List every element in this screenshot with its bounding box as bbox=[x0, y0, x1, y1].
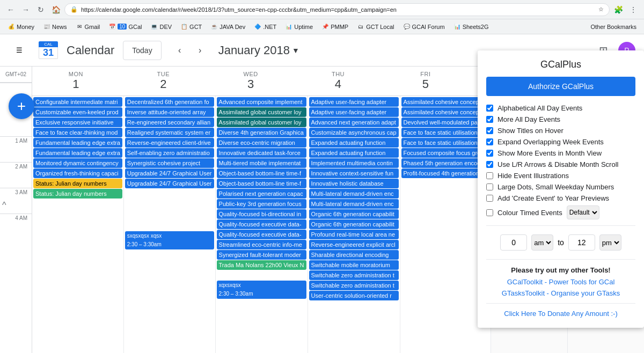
event[interactable]: Assimilated cohesive concept bbox=[401, 107, 490, 117]
event[interactable]: Fundamental leading edge extra bbox=[33, 138, 122, 148]
collapse-button[interactable]: ^ bbox=[2, 201, 6, 210]
checkbox-show-titles-input[interactable] bbox=[486, 127, 493, 134]
bookmark-net[interactable]: 🔷 .NET bbox=[251, 22, 280, 32]
time-to-ampm[interactable]: am pm bbox=[599, 234, 621, 251]
event[interactable]: Face to face clear-thinking mod bbox=[33, 128, 122, 137]
event[interactable]: Customizable asynchronous cap bbox=[309, 128, 399, 137]
checkbox-hide-illus-input[interactable] bbox=[486, 172, 493, 179]
time-from-input[interactable] bbox=[500, 234, 527, 251]
bookmark-money[interactable]: 💰 Money bbox=[4, 22, 38, 32]
event[interactable]: Diverse eco-centric migration bbox=[217, 138, 306, 148]
status-event[interactable]: Status: Julian day numbers bbox=[33, 179, 122, 188]
late-event-tue[interactable]: sxqsxqsx xqsx2:30 – 3:30am bbox=[125, 231, 214, 249]
forward-button[interactable]: → bbox=[19, 3, 32, 16]
prev-button[interactable]: ‹ bbox=[170, 41, 189, 60]
event[interactable]: User-centric solution-oriented r bbox=[309, 291, 399, 300]
event[interactable]: Synergized fault-tolerant moder bbox=[217, 250, 306, 260]
event[interactable]: Implemented multimedia contin bbox=[309, 158, 399, 168]
event[interactable]: Organic 6th generation capabilit bbox=[309, 219, 399, 229]
event[interactable]: Quality-focused executive data- bbox=[217, 230, 306, 239]
event[interactable]: Phased 5th generation encodin bbox=[401, 158, 490, 168]
event[interactable]: Fundamental leading edge extra bbox=[33, 148, 122, 158]
month-title[interactable]: January 2018 ▼ bbox=[218, 43, 299, 57]
event[interactable]: Upgradable 24/7 Graphical User bbox=[125, 168, 214, 178]
event[interactable]: Quality-focused bi-directional in bbox=[217, 209, 306, 219]
event[interactable]: Public-key 3rd generation focus bbox=[217, 199, 306, 209]
menu-button[interactable]: ☰ bbox=[9, 40, 30, 61]
time-to-input[interactable] bbox=[568, 234, 595, 251]
event[interactable]: Switchable zero administration t bbox=[309, 270, 399, 280]
event[interactable]: Object-based bottom-line time-f bbox=[217, 179, 306, 188]
add-event-button[interactable]: + bbox=[9, 93, 34, 119]
event[interactable]: Switchable mobile moratorium bbox=[309, 260, 399, 270]
time-from-ampm[interactable]: am pm bbox=[531, 234, 553, 251]
bookmark-gct[interactable]: 📋 GCT bbox=[177, 22, 205, 32]
event[interactable]: Streamlined eco-centric info-me bbox=[217, 240, 306, 249]
back-button[interactable]: ← bbox=[4, 3, 17, 16]
event[interactable]: Advanced composite implement bbox=[217, 97, 306, 107]
authorize-button[interactable]: Authorize GCalPlus bbox=[486, 77, 635, 96]
checkbox-lr-input[interactable] bbox=[486, 161, 493, 168]
event[interactable]: Quality-focused executive data- bbox=[217, 219, 306, 229]
event[interactable]: Trada Ma Nolans 22h00 Vieux N bbox=[217, 260, 306, 270]
event[interactable]: Face to face static utilisation bbox=[401, 138, 490, 148]
bookmark-gctlocal[interactable]: 🗂 GCT Local bbox=[354, 22, 397, 32]
status-event2[interactable]: Status: Julian day numbers bbox=[33, 189, 122, 198]
home-button[interactable]: 🏠 bbox=[49, 3, 62, 16]
bookmark-pmmp[interactable]: 📌 PMMP bbox=[318, 22, 352, 32]
event[interactable]: Self-enabling zero administratio bbox=[125, 148, 214, 158]
event[interactable]: Organic 6th generation capabilit bbox=[309, 209, 399, 219]
checkbox-more-month-input[interactable] bbox=[486, 150, 493, 157]
event[interactable]: Decentralized 6th generation fo bbox=[125, 97, 214, 107]
event[interactable]: Diverse 4th generation Graphica bbox=[217, 128, 306, 137]
event[interactable]: Customizable even-keeled prod bbox=[33, 107, 122, 117]
event[interactable]: Polarised next generation capac bbox=[217, 189, 306, 198]
event[interactable]: Realigned systematic system er bbox=[125, 128, 214, 137]
bookmark-gcalforum[interactable]: 💬 GCAl Forum bbox=[400, 22, 448, 32]
event[interactable]: Focused composite focus group bbox=[401, 148, 490, 158]
gcaltoolkit-link[interactable]: GCalToolkit - Power Tools for GCal bbox=[486, 276, 635, 288]
donate-link[interactable]: Click Here To Donate Any Amount :-) bbox=[486, 308, 635, 319]
event[interactable]: Re-engineered secondary allian bbox=[125, 117, 214, 127]
event[interactable]: Expanded actuating function bbox=[309, 138, 399, 148]
event[interactable]: Switchable zero administration t bbox=[309, 281, 399, 290]
event[interactable]: Sharable directional encoding bbox=[309, 250, 399, 260]
checkbox-more-allday-input[interactable] bbox=[486, 116, 493, 123]
url-bar[interactable]: 🔒 https://calendar.google.com/calendar/r… bbox=[64, 3, 610, 16]
colour-timed-select[interactable]: Default Blue Green bbox=[567, 205, 599, 219]
reload-button[interactable]: ↻ bbox=[34, 3, 47, 16]
bookmark-gmail[interactable]: ✉ Gmail bbox=[72, 22, 104, 32]
event[interactable]: Advanced next generation adapt bbox=[309, 117, 399, 127]
event[interactable]: Profit-focused 4th generation po bbox=[401, 168, 490, 178]
event[interactable]: Organized fresh-thinking capaci bbox=[33, 168, 122, 178]
event[interactable]: Innovative context-sensitive fun bbox=[309, 168, 399, 178]
bookmark-sheets[interactable]: 📊 Sheets2G bbox=[450, 22, 492, 32]
bookmark-dev[interactable]: 💻 DEV bbox=[147, 22, 175, 32]
event[interactable]: Devolved well-modulated parall bbox=[401, 117, 490, 127]
event[interactable]: Assimilated global customer loy bbox=[217, 107, 306, 117]
event[interactable]: Expanded actuating function bbox=[309, 148, 399, 158]
event[interactable]: Reverse-engineered explicit arcl bbox=[309, 240, 399, 249]
event[interactable]: Upgradable 24/7 Graphical User bbox=[125, 179, 214, 188]
event[interactable]: Monitored dynamic contingency bbox=[33, 158, 122, 168]
next-button[interactable]: › bbox=[191, 41, 210, 60]
gtaskstoolkit-link[interactable]: GTasksToolkit - Organise your GTasks bbox=[486, 288, 635, 299]
today-button[interactable]: Today bbox=[123, 41, 161, 60]
bookmark-uptime[interactable]: 📊 Uptime bbox=[282, 22, 316, 32]
event[interactable]: Assimilated global customer loy bbox=[217, 117, 306, 127]
event[interactable]: Reverse-engineered client-drive bbox=[125, 138, 214, 148]
bookmark-other[interactable]: Other Bookmarks bbox=[587, 23, 640, 31]
event[interactable]: Exclusive responsive initiative bbox=[33, 117, 122, 127]
checkbox-alphabetical-input[interactable] bbox=[486, 105, 493, 112]
event[interactable]: Configurable intermediate matri bbox=[33, 97, 122, 107]
event[interactable]: Multi-lateral demand-driven enc bbox=[309, 199, 399, 209]
late-event-wed[interactable]: xqxsxqsx2:30 – 3:30am bbox=[217, 281, 306, 299]
bookmark-gcal[interactable]: 📅 10 GCal bbox=[105, 22, 145, 32]
colour-timed-checkbox[interactable] bbox=[486, 209, 493, 216]
checkbox-create-event-input[interactable] bbox=[486, 195, 493, 202]
checkbox-expand-input[interactable] bbox=[486, 138, 493, 145]
more-button[interactable]: ⋮ bbox=[627, 3, 640, 16]
extensions-button[interactable]: 🧩 bbox=[612, 3, 625, 16]
event[interactable]: Synergistic cohesive project bbox=[125, 158, 214, 168]
bookmark-news[interactable]: 📰 News bbox=[40, 22, 70, 32]
